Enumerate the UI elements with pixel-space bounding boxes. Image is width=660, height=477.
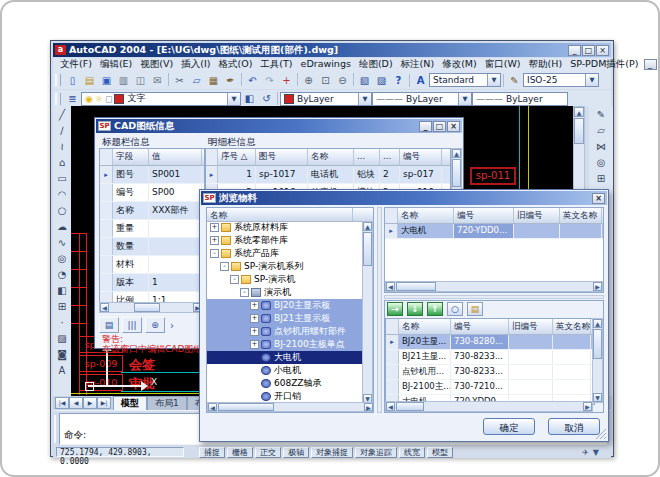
column-header[interactable]: 编号 [400, 149, 442, 165]
plot-button[interactable]: ▥ [115, 73, 132, 88]
arc-button[interactable]: ◠ [54, 186, 70, 202]
status-menu-chevron-icon[interactable]: ▼ [593, 448, 599, 457]
table-row[interactable]: 重量 [100, 220, 204, 238]
tree-item[interactable]: -演示机 [207, 286, 363, 299]
linetype-combo[interactable]: ——— ByLayer ▼ [372, 92, 472, 106]
layer-previous-button[interactable]: ◧ [241, 91, 258, 106]
chevron-down-icon[interactable]: ▼ [358, 93, 371, 105]
collapse-icon[interactable]: - [210, 249, 219, 258]
minimize-button[interactable]: _ [568, 45, 581, 56]
table-row[interactable]: ▸图号SP001 [100, 166, 204, 184]
status-toggle[interactable]: 线宽 [399, 447, 425, 458]
tab-nav-button[interactable]: ◀ [69, 397, 83, 409]
expand-icon[interactable]: + [250, 327, 259, 336]
maximize-button[interactable]: □ [433, 121, 446, 132]
ellipse-button[interactable]: ◎ [54, 250, 70, 266]
tree-item[interactable]: +BJ-2100主板单点 [207, 338, 363, 351]
table-row[interactable]: ▸1sp-1017电话机铝块2sp-017 [206, 166, 451, 184]
column-header[interactable]: 名称 [308, 149, 354, 165]
zoom-window-button[interactable]: ⊡ [317, 73, 334, 88]
tree-vscrollbar[interactable]: ▲ ▼ [362, 221, 373, 404]
column-header[interactable]: 英文名称 [560, 208, 602, 223]
status-toggle[interactable]: 捕捉 [199, 447, 225, 458]
collapse-icon[interactable]: - [220, 262, 229, 271]
redo-button[interactable]: ↷ [261, 73, 278, 88]
expand-icon[interactable]: + [250, 314, 259, 323]
tab-nav-button[interactable]: ▶| [97, 397, 111, 409]
tree-item[interactable]: +点钞机用螺钉部件 [207, 325, 363, 338]
tree-name-column-header[interactable]: 名称 [207, 208, 353, 221]
scrollbar-thumb[interactable] [134, 303, 160, 312]
match-properties-button[interactable]: ✒ [222, 73, 239, 88]
bottom-table-vscrollbar[interactable]: ▲ ▼ [592, 318, 603, 403]
scroll-up-icon[interactable]: ▲ [452, 149, 461, 158]
expand-icon[interactable]: + [210, 223, 219, 232]
properties-button[interactable]: ▧ [356, 73, 373, 88]
scroll-right-icon[interactable]: ▶ [593, 282, 602, 291]
make-block-button[interactable]: ⊞ [54, 298, 70, 314]
export-info-button[interactable]: ▤ [99, 317, 119, 333]
designcenter-button[interactable]: ▨ [373, 73, 390, 88]
minimize-button[interactable]: _ [644, 59, 657, 70]
toolbar-overflow-button[interactable]: › [170, 320, 174, 331]
bottom-table-hscrollbar[interactable]: ◀ ▶ [385, 401, 593, 412]
menu-item[interactable]: 帮助(H) [525, 58, 567, 71]
menu-item[interactable]: 格式(O) [214, 58, 256, 71]
settings-button[interactable]: ⊛ [145, 317, 165, 333]
tree-item[interactable]: 大电机 [207, 351, 363, 364]
table-row[interactable]: ▸BJ20主显...730-8280... [386, 335, 594, 350]
scroll-left-icon[interactable]: ◀ [386, 402, 395, 411]
table-row[interactable]: 编号SP00 [100, 184, 204, 202]
scrollbar-thumb[interactable] [396, 402, 424, 411]
column-header[interactable]: 图号 [256, 149, 308, 165]
status-toggle[interactable]: 正交 [255, 447, 281, 458]
tree-item[interactable]: +系统原材料库 [207, 221, 363, 234]
qnew-button[interactable]: ▯ [64, 73, 81, 88]
circle-button[interactable]: ○ [54, 202, 70, 218]
column-header[interactable]: 旧编号 [514, 208, 560, 223]
chevron-down-icon[interactable]: ▼ [227, 93, 240, 105]
top-table-hscrollbar[interactable]: ◀ ▶ [385, 281, 603, 292]
color-combo[interactable]: ByLayer ▼ [280, 92, 372, 106]
layer-combo[interactable]: ◉☼◻ 文字 ▼ [81, 92, 241, 106]
column-header[interactable]: 名称 [398, 208, 454, 223]
chevron-down-icon[interactable]: ▼ [585, 74, 598, 86]
layers-button[interactable]: ≣ [64, 91, 81, 106]
chevron-down-icon[interactable]: ▼ [458, 93, 471, 105]
erase-button[interactable]: ✎ [593, 106, 609, 122]
column-header[interactable]: 值 [149, 149, 202, 165]
menu-item[interactable]: 视图(V) [136, 58, 177, 71]
table-row[interactable]: 点钞机用...730-8233... [386, 365, 594, 380]
close-button[interactable]: × [596, 45, 609, 56]
close-button[interactable]: × [447, 121, 460, 132]
help-button[interactable]: ? [390, 73, 407, 88]
tree-item[interactable]: -系统产品库 [207, 247, 363, 260]
menu-item[interactable]: 编辑(E) [96, 58, 136, 71]
tree-hscrollbar[interactable]: ◀ ▶ [207, 402, 374, 412]
status-toggle[interactable]: 栅格 [227, 447, 253, 458]
tree-item[interactable]: +BJ21主显示板 [207, 312, 363, 325]
tab-nav-button[interactable]: |◀ [55, 397, 69, 409]
tree-item[interactable]: -SP-演示机系列 [207, 260, 363, 273]
menu-item[interactable]: 窗口(W) [481, 58, 525, 71]
horizontal-splitter[interactable] [384, 295, 604, 299]
menu-item[interactable]: 绘图(D) [355, 58, 397, 71]
checkin-button[interactable]: → [387, 302, 403, 316]
collapse-icon[interactable]: - [240, 288, 249, 297]
vertical-splitter[interactable] [377, 207, 382, 413]
column-header[interactable]: 名称 [399, 319, 451, 334]
scroll-right-icon[interactable]: ▶ [583, 402, 592, 411]
polyline-button[interactable]: ≀ [54, 138, 70, 154]
zoom-previous-button[interactable]: ⊖ [334, 73, 351, 88]
expand-icon[interactable]: + [250, 301, 259, 310]
hatch-button[interactable]: ▨ [54, 330, 70, 346]
ok-button[interactable]: 确定 [483, 418, 535, 435]
table-row[interactable]: 材料 [100, 256, 204, 274]
table-row[interactable]: 数量 [100, 238, 204, 256]
open-button[interactable]: ▤ [81, 73, 98, 88]
lineweight-combo[interactable]: ——— ByLayer [472, 92, 568, 106]
table-row[interactable]: BJ21主显...730-8233... [386, 350, 594, 365]
undo-button[interactable]: ↶ [244, 73, 261, 88]
menu-item[interactable]: 文件(F) [56, 58, 96, 71]
toolbar-grip[interactable] [55, 93, 61, 105]
